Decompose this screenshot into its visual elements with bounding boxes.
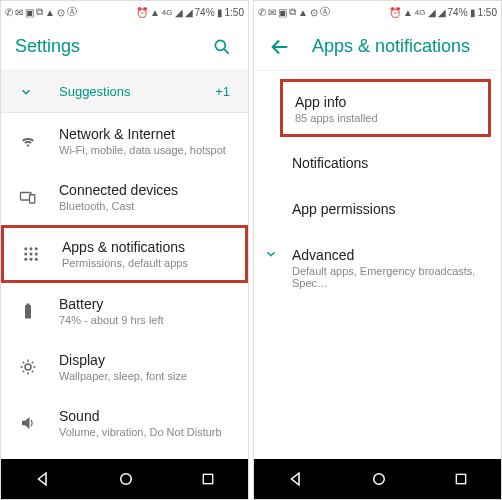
settings-item-apps[interactable]: Apps & notifications Permissions, defaul…	[1, 225, 248, 283]
item-title: App permissions	[292, 201, 485, 217]
settings-item-display[interactable]: Display Wallpaper, sleep, font size	[1, 339, 248, 395]
download-icon: ▲	[45, 7, 55, 18]
item-sub: Permissions, default apps	[62, 257, 229, 269]
item-title: Display	[59, 352, 232, 368]
network-4g-label: 4G	[415, 8, 426, 17]
status-icons-right: ⏰ ▲ 4G ◢ ◢ 74% ▮ 1:50	[389, 7, 497, 18]
app-icon: Ⓐ	[320, 5, 330, 19]
sound-icon	[19, 414, 37, 432]
battery-percent: 74%	[195, 7, 215, 18]
svg-line-21	[32, 371, 34, 373]
header: Settings	[1, 23, 248, 71]
dropbox-icon: ⧉	[36, 6, 43, 18]
apps-item-notifications[interactable]: Notifications	[254, 141, 501, 187]
settings-item-connected[interactable]: Connected devices Bluetooth, Cast	[1, 169, 248, 225]
svg-rect-32	[456, 474, 465, 483]
apps-list: App info 85 apps installed Notifications…	[254, 71, 501, 459]
svg-rect-14	[27, 304, 30, 306]
wifi-icon: ▲	[403, 7, 413, 18]
suggestions-row[interactable]: Suggestions +1	[1, 71, 248, 113]
back-button[interactable]	[268, 35, 292, 59]
item-title: App info	[295, 94, 472, 110]
signal-icon: ◢	[175, 7, 183, 18]
sync-icon: ⊙	[57, 7, 65, 18]
chevron-down-icon	[264, 247, 278, 261]
page-title: Settings	[15, 36, 210, 57]
svg-point-28	[120, 474, 131, 485]
item-sub: Bluetooth, Cast	[59, 200, 232, 212]
item-title: Notifications	[292, 155, 485, 171]
signal-icon: ◢	[428, 7, 436, 18]
svg-point-7	[24, 253, 27, 256]
header: Apps & notifications	[254, 23, 501, 71]
settings-item-storage[interactable]: Storage 63% used - 11.75 GB free	[1, 451, 248, 459]
apps-icon	[22, 245, 40, 263]
item-title: Connected devices	[59, 182, 232, 198]
battery-percent: 74%	[448, 7, 468, 18]
apps-item-appinfo[interactable]: App info 85 apps installed	[280, 79, 491, 137]
back-nav-button[interactable]	[34, 470, 52, 488]
svg-point-15	[25, 364, 31, 370]
arrow-left-icon	[269, 36, 291, 58]
wifi-icon: ▲	[150, 7, 160, 18]
svg-point-11	[30, 258, 33, 261]
image-icon: ▣	[278, 7, 287, 18]
svg-point-0	[215, 40, 225, 50]
nav-bar	[1, 459, 248, 499]
suggestions-count: +1	[215, 84, 230, 99]
apps-item-permissions[interactable]: App permissions	[254, 187, 501, 233]
phone-left: ✆ ✉ ▣ ⧉ ▲ ⊙ Ⓐ ⏰ ▲ 4G ◢ ◢ 74% ▮ 1:50 Sett…	[0, 0, 249, 500]
apps-item-advanced[interactable]: Advanced Default apps, Emergency broadca…	[254, 233, 501, 303]
svg-line-22	[23, 371, 25, 373]
item-title: Battery	[59, 296, 232, 312]
mail-icon: ✉	[15, 7, 23, 18]
svg-line-1	[224, 49, 229, 54]
clock-time: 1:50	[225, 7, 244, 18]
nav-bar	[254, 459, 501, 499]
clock-time: 1:50	[478, 7, 497, 18]
recent-nav-button[interactable]	[453, 471, 469, 487]
item-sub: Wi-Fi, mobile, data usage, hotspot	[59, 144, 232, 156]
display-icon	[19, 358, 37, 376]
status-bar: ✆ ✉ ▣ ⧉ ▲ ⊙ Ⓐ ⏰ ▲ 4G ◢ ◢ 74% ▮ 1:50	[254, 1, 501, 23]
wifi-icon	[19, 132, 37, 150]
item-sub: Volume, vibration, Do Not Disturb	[59, 426, 232, 438]
settings-item-network[interactable]: Network & Internet Wi-Fi, mobile, data u…	[1, 113, 248, 169]
battery-icon: ▮	[470, 7, 476, 18]
battery-icon	[19, 302, 37, 320]
svg-point-8	[30, 253, 33, 256]
item-sub: 74% - about 9 hrs left	[59, 314, 232, 326]
mail-icon: ✉	[268, 7, 276, 18]
signal-icon-2: ◢	[438, 7, 446, 18]
item-title: Advanced	[292, 247, 485, 263]
svg-point-31	[373, 474, 384, 485]
phone-right: ✆ ✉ ▣ ⧉ ▲ ⊙ Ⓐ ⏰ ▲ 4G ◢ ◢ 74% ▮ 1:50 Apps…	[253, 0, 502, 500]
svg-rect-3	[30, 195, 35, 203]
image-icon: ▣	[25, 7, 34, 18]
search-button[interactable]	[210, 35, 234, 59]
settings-item-sound[interactable]: Sound Volume, vibration, Do Not Disturb	[1, 395, 248, 451]
devices-icon	[19, 188, 37, 206]
item-title: Apps & notifications	[62, 239, 229, 255]
status-icons-right: ⏰ ▲ 4G ◢ ◢ 74% ▮ 1:50	[136, 7, 244, 18]
back-nav-button[interactable]	[287, 470, 305, 488]
download-icon: ▲	[298, 7, 308, 18]
settings-item-battery[interactable]: Battery 74% - about 9 hrs left	[1, 283, 248, 339]
suggestions-label: Suggestions	[59, 84, 131, 99]
item-sub: 85 apps installed	[295, 112, 472, 124]
svg-point-9	[35, 253, 38, 256]
whatsapp-icon: ✆	[258, 7, 266, 18]
svg-point-5	[30, 247, 33, 250]
battery-icon: ▮	[217, 7, 223, 18]
settings-list: Suggestions +1 Network & Internet Wi-Fi,…	[1, 71, 248, 459]
alarm-icon: ⏰	[136, 7, 148, 18]
chevron-down-icon	[19, 85, 33, 99]
recent-nav-button[interactable]	[200, 471, 216, 487]
svg-line-20	[23, 362, 25, 364]
home-nav-button[interactable]	[117, 470, 135, 488]
home-nav-button[interactable]	[370, 470, 388, 488]
dropbox-icon: ⧉	[289, 6, 296, 18]
svg-point-12	[35, 258, 38, 261]
svg-line-23	[32, 362, 34, 364]
svg-rect-13	[25, 305, 31, 319]
